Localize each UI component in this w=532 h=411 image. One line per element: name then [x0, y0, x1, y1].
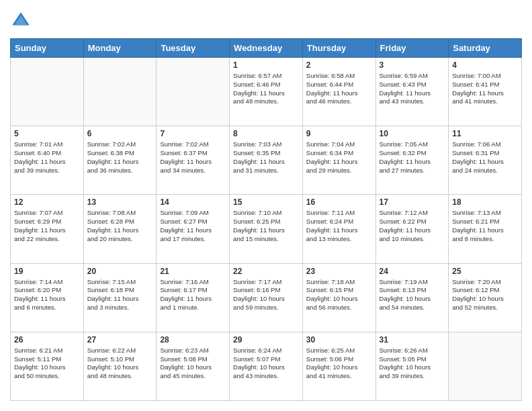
- calendar-day-cell: 30Sunrise: 6:25 AM Sunset: 5:06 PM Dayli…: [302, 332, 375, 400]
- day-info: Sunrise: 6:22 AM Sunset: 5:10 PM Dayligh…: [87, 347, 153, 381]
- day-number: 9: [306, 129, 372, 138]
- day-number: 13: [87, 197, 153, 207]
- day-info: Sunrise: 7:06 AM Sunset: 6:31 PM Dayligh…: [452, 140, 518, 175]
- day-number: 19: [14, 267, 80, 276]
- calendar-day-cell: 23Sunrise: 7:18 AM Sunset: 6:15 PM Dayli…: [302, 263, 375, 332]
- calendar-day-cell: [83, 58, 157, 126]
- day-number: 31: [380, 335, 445, 345]
- calendar-header-cell: Wednesday: [230, 39, 303, 58]
- calendar-day-cell: 6Sunrise: 7:02 AM Sunset: 6:38 PM Daylig…: [83, 126, 157, 195]
- calendar-day-cell: 13Sunrise: 7:08 AM Sunset: 6:28 PM Dayli…: [83, 195, 157, 263]
- calendar-week-row: 1Sunrise: 6:57 AM Sunset: 6:46 PM Daylig…: [11, 58, 522, 126]
- day-number: 1: [233, 60, 299, 70]
- page: SundayMondayTuesdayWednesdayThursdayFrid…: [0, 0, 532, 411]
- day-number: 8: [233, 129, 299, 138]
- day-number: 21: [160, 267, 226, 276]
- logo: [10, 10, 34, 32]
- calendar-week-row: 5Sunrise: 7:01 AM Sunset: 6:40 PM Daylig…: [11, 126, 522, 195]
- day-number: 22: [233, 267, 299, 276]
- day-info: Sunrise: 7:15 AM Sunset: 6:18 PM Dayligh…: [87, 278, 153, 312]
- day-info: Sunrise: 7:10 AM Sunset: 6:25 PM Dayligh…: [233, 209, 299, 243]
- calendar-day-cell: 5Sunrise: 7:01 AM Sunset: 6:40 PM Daylig…: [11, 126, 84, 195]
- calendar-day-cell: 31Sunrise: 6:26 AM Sunset: 5:05 PM Dayli…: [375, 332, 449, 400]
- day-info: Sunrise: 6:21 AM Sunset: 5:11 PM Dayligh…: [14, 347, 80, 381]
- calendar-day-cell: 12Sunrise: 7:07 AM Sunset: 6:29 PM Dayli…: [11, 195, 84, 263]
- calendar-table: SundayMondayTuesdayWednesdayThursdayFrid…: [10, 38, 522, 401]
- calendar-week-row: 26Sunrise: 6:21 AM Sunset: 5:11 PM Dayli…: [11, 332, 522, 400]
- day-info: Sunrise: 7:00 AM Sunset: 6:41 PM Dayligh…: [452, 72, 518, 106]
- calendar-day-cell: [11, 58, 84, 126]
- day-info: Sunrise: 7:20 AM Sunset: 6:12 PM Dayligh…: [452, 278, 518, 312]
- logo-icon: [10, 10, 32, 32]
- calendar-day-cell: 14Sunrise: 7:09 AM Sunset: 6:27 PM Dayli…: [157, 195, 230, 263]
- day-number: 15: [233, 197, 299, 207]
- day-info: Sunrise: 7:05 AM Sunset: 6:32 PM Dayligh…: [380, 140, 445, 175]
- calendar-day-cell: 22Sunrise: 7:17 AM Sunset: 6:16 PM Dayli…: [230, 263, 303, 332]
- day-info: Sunrise: 7:04 AM Sunset: 6:34 PM Dayligh…: [306, 140, 372, 175]
- calendar-day-cell: 27Sunrise: 6:22 AM Sunset: 5:10 PM Dayli…: [83, 332, 157, 400]
- day-info: Sunrise: 6:58 AM Sunset: 6:44 PM Dayligh…: [306, 72, 372, 106]
- calendar-day-cell: 10Sunrise: 7:05 AM Sunset: 6:32 PM Dayli…: [375, 126, 449, 195]
- day-number: 30: [306, 335, 372, 345]
- day-info: Sunrise: 7:02 AM Sunset: 6:38 PM Dayligh…: [87, 140, 153, 175]
- day-number: 26: [14, 335, 80, 345]
- day-info: Sunrise: 7:03 AM Sunset: 6:35 PM Dayligh…: [233, 140, 299, 175]
- header: [10, 10, 522, 32]
- calendar-day-cell: 26Sunrise: 6:21 AM Sunset: 5:11 PM Dayli…: [11, 332, 84, 400]
- calendar-header-cell: Sunday: [11, 39, 84, 58]
- day-info: Sunrise: 7:19 AM Sunset: 6:13 PM Dayligh…: [380, 278, 445, 312]
- day-info: Sunrise: 7:09 AM Sunset: 6:27 PM Dayligh…: [160, 209, 226, 243]
- calendar-header-cell: Monday: [83, 39, 157, 58]
- day-info: Sunrise: 7:18 AM Sunset: 6:15 PM Dayligh…: [306, 278, 372, 312]
- day-number: 7: [160, 129, 226, 138]
- calendar-day-cell: 20Sunrise: 7:15 AM Sunset: 6:18 PM Dayli…: [83, 263, 157, 332]
- calendar-header-cell: Friday: [375, 39, 449, 58]
- day-info: Sunrise: 6:57 AM Sunset: 6:46 PM Dayligh…: [233, 72, 299, 106]
- calendar-day-cell: 24Sunrise: 7:19 AM Sunset: 6:13 PM Dayli…: [375, 263, 449, 332]
- day-number: 5: [14, 129, 80, 138]
- calendar-day-cell: [449, 332, 522, 400]
- day-info: Sunrise: 7:08 AM Sunset: 6:28 PM Dayligh…: [87, 209, 153, 243]
- day-number: 18: [452, 197, 518, 207]
- calendar-day-cell: 28Sunrise: 6:23 AM Sunset: 5:08 PM Dayli…: [157, 332, 230, 400]
- calendar-day-cell: 15Sunrise: 7:10 AM Sunset: 6:25 PM Dayli…: [230, 195, 303, 263]
- calendar-day-cell: 25Sunrise: 7:20 AM Sunset: 6:12 PM Dayli…: [449, 263, 522, 332]
- day-number: 2: [306, 60, 372, 70]
- day-info: Sunrise: 6:23 AM Sunset: 5:08 PM Dayligh…: [160, 347, 226, 381]
- calendar-day-cell: 2Sunrise: 6:58 AM Sunset: 6:44 PM Daylig…: [302, 58, 375, 126]
- calendar-day-cell: 8Sunrise: 7:03 AM Sunset: 6:35 PM Daylig…: [230, 126, 303, 195]
- day-info: Sunrise: 6:26 AM Sunset: 5:05 PM Dayligh…: [380, 347, 445, 381]
- day-number: 24: [380, 267, 445, 276]
- day-number: 23: [306, 267, 372, 276]
- calendar-day-cell: 17Sunrise: 7:12 AM Sunset: 6:22 PM Dayli…: [375, 195, 449, 263]
- day-number: 25: [452, 267, 518, 276]
- calendar-header-cell: Thursday: [302, 39, 375, 58]
- calendar-day-cell: 3Sunrise: 6:59 AM Sunset: 6:43 PM Daylig…: [375, 58, 449, 126]
- day-number: 12: [14, 197, 80, 207]
- day-info: Sunrise: 6:59 AM Sunset: 6:43 PM Dayligh…: [380, 72, 445, 106]
- day-number: 20: [87, 267, 153, 276]
- calendar-day-cell: [157, 58, 230, 126]
- calendar-day-cell: 1Sunrise: 6:57 AM Sunset: 6:46 PM Daylig…: [230, 58, 303, 126]
- day-number: 27: [87, 335, 153, 345]
- day-number: 11: [452, 129, 518, 138]
- calendar-day-cell: 11Sunrise: 7:06 AM Sunset: 6:31 PM Dayli…: [449, 126, 522, 195]
- day-info: Sunrise: 7:17 AM Sunset: 6:16 PM Dayligh…: [233, 278, 299, 312]
- day-info: Sunrise: 7:14 AM Sunset: 6:20 PM Dayligh…: [14, 278, 80, 312]
- day-info: Sunrise: 7:16 AM Sunset: 6:17 PM Dayligh…: [160, 278, 226, 312]
- day-info: Sunrise: 7:13 AM Sunset: 6:21 PM Dayligh…: [452, 209, 518, 243]
- day-number: 14: [160, 197, 226, 207]
- calendar-day-cell: 16Sunrise: 7:11 AM Sunset: 6:24 PM Dayli…: [302, 195, 375, 263]
- day-number: 17: [380, 197, 445, 207]
- calendar-day-cell: 7Sunrise: 7:02 AM Sunset: 6:37 PM Daylig…: [157, 126, 230, 195]
- day-info: Sunrise: 6:24 AM Sunset: 5:07 PM Dayligh…: [233, 347, 299, 381]
- calendar-header-cell: Saturday: [449, 39, 522, 58]
- day-info: Sunrise: 7:01 AM Sunset: 6:40 PM Dayligh…: [14, 140, 80, 175]
- calendar-week-row: 19Sunrise: 7:14 AM Sunset: 6:20 PM Dayli…: [11, 263, 522, 332]
- calendar-day-cell: 9Sunrise: 7:04 AM Sunset: 6:34 PM Daylig…: [302, 126, 375, 195]
- day-number: 10: [380, 129, 445, 138]
- calendar-day-cell: 4Sunrise: 7:00 AM Sunset: 6:41 PM Daylig…: [449, 58, 522, 126]
- day-number: 16: [306, 197, 372, 207]
- calendar-day-cell: 29Sunrise: 6:24 AM Sunset: 5:07 PM Dayli…: [230, 332, 303, 400]
- calendar-header-row: SundayMondayTuesdayWednesdayThursdayFrid…: [11, 39, 522, 58]
